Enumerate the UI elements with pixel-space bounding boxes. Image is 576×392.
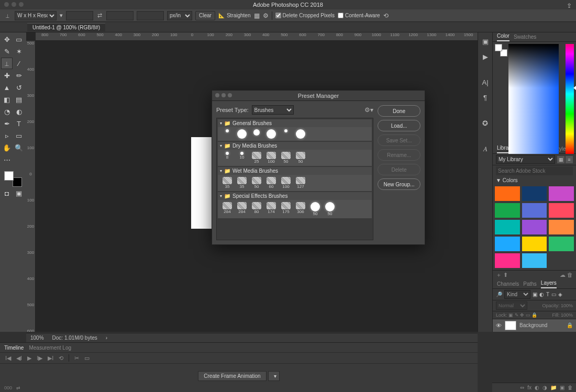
- library-swatch[interactable]: [495, 186, 520, 201]
- create-animation-button[interactable]: Create Frame Animation: [198, 371, 266, 381]
- hand-tool[interactable]: ✋: [1, 142, 13, 153]
- width-input[interactable]: [66, 11, 93, 20]
- library-swatch[interactable]: [495, 220, 520, 234]
- dropdown-chevron[interactable]: ▾: [60, 12, 63, 19]
- library-swatch[interactable]: [549, 237, 574, 251]
- height-input[interactable]: [106, 11, 134, 20]
- ratio-preset[interactable]: W x H x Reso...: [15, 11, 57, 20]
- dialog-titlebar[interactable]: Preset Manager: [212, 91, 425, 101]
- library-swatch[interactable]: [495, 203, 520, 218]
- transition-icon[interactable]: ▭: [84, 355, 90, 362]
- new-group-button[interactable]: New Group...: [378, 178, 420, 190]
- save-set-button[interactable]: Save Set...: [378, 135, 420, 146]
- tab-swatches[interactable]: Swatches: [514, 34, 536, 41]
- preset-gear-icon[interactable]: ⚙▾: [364, 106, 373, 114]
- preset-list[interactable]: ▾📁General Brushes▾📁Dry Media Brushes8102…: [216, 118, 373, 240]
- color-field[interactable]: [508, 44, 559, 154]
- library-swatch[interactable]: [522, 237, 547, 251]
- filter-shape-icon[interactable]: ▭: [551, 292, 556, 297]
- preset-group-header[interactable]: ▾📁General Brushes: [218, 119, 372, 127]
- brush-preset[interactable]: 8: [222, 152, 232, 164]
- brush-preset[interactable]: 284: [222, 202, 232, 216]
- brush-preset[interactable]: 25: [251, 152, 262, 164]
- list-view-icon[interactable]: ≡: [566, 156, 573, 163]
- reset-icon[interactable]: ⟲: [383, 12, 389, 19]
- screen-mode[interactable]: ▣: [13, 187, 25, 199]
- zoom-tool[interactable]: 🔍: [13, 142, 25, 153]
- marquee-tool[interactable]: ▭: [13, 33, 25, 45]
- styles-icon[interactable]: 𝐴: [483, 145, 488, 153]
- brush-preset[interactable]: [237, 129, 247, 139]
- resolution-input[interactable]: [137, 11, 164, 20]
- link-icon[interactable]: ⇔: [520, 385, 524, 390]
- prev-frame-icon[interactable]: ◀I: [16, 355, 22, 362]
- eraser-tool[interactable]: ◧: [1, 94, 13, 105]
- swap-icon[interactable]: ⇄: [96, 12, 103, 19]
- delete-cropped-checkbox[interactable]: Delete Cropped Pixels: [275, 13, 335, 18]
- brush-preset[interactable]: 50: [295, 152, 306, 164]
- tab-timeline[interactable]: Timeline: [4, 345, 24, 351]
- brush-preset[interactable]: 100: [281, 177, 291, 189]
- loop-icon[interactable]: ⟲: [59, 355, 63, 362]
- brush-preset[interactable]: 35: [222, 177, 232, 189]
- load-button[interactable]: Load...: [378, 120, 420, 131]
- brush-tool[interactable]: ✏: [13, 70, 25, 81]
- delete-button[interactable]: Delete: [378, 164, 420, 175]
- filter-smart-icon[interactable]: ◈: [558, 292, 562, 297]
- pen-tool[interactable]: ✒: [1, 118, 13, 129]
- history-icon[interactable]: ▣: [482, 38, 489, 46]
- path-select-tool[interactable]: ▹: [1, 130, 13, 141]
- edit-toolbar[interactable]: ⋯: [1, 154, 13, 165]
- tab-channels[interactable]: Channels: [497, 281, 519, 288]
- crop-tool[interactable]: ⟂: [1, 58, 13, 69]
- brush-preset[interactable]: 284: [237, 202, 247, 216]
- play-icon[interactable]: ▶: [27, 355, 31, 362]
- brush-preset[interactable]: [222, 129, 232, 139]
- tab-measurement[interactable]: Measurement Log: [29, 345, 71, 351]
- tab-color[interactable]: Color: [497, 33, 509, 41]
- document-tab[interactable]: Untitled-1 @ 100% (RGB/8#): [27, 23, 105, 31]
- crop-tool-icon[interactable]: ⟂: [3, 12, 12, 20]
- brush-preset[interactable]: [266, 129, 276, 139]
- settings-gear-icon[interactable]: ⚙: [263, 12, 269, 19]
- mask-mode[interactable]: ◘: [1, 187, 13, 199]
- brush-preset[interactable]: 60: [266, 177, 276, 189]
- library-select[interactable]: My Library: [496, 155, 555, 164]
- unit-select[interactable]: px/in: [167, 11, 192, 20]
- library-swatch[interactable]: [522, 253, 547, 268]
- brush-preset[interactable]: 80: [251, 202, 262, 216]
- brush-preset[interactable]: 50: [281, 152, 291, 164]
- mask-icon[interactable]: ◐: [535, 385, 539, 390]
- colors-section[interactable]: ▼ Colors: [493, 176, 576, 184]
- brush-preset[interactable]: 174: [266, 202, 276, 216]
- create-animation-chevron[interactable]: ▾: [268, 371, 280, 381]
- library-swatch[interactable]: [522, 220, 547, 234]
- done-button[interactable]: Done: [378, 105, 420, 117]
- library-swatch[interactable]: [495, 253, 520, 268]
- glyphs-icon[interactable]: ✪: [482, 119, 488, 127]
- zoom-level[interactable]: 100%: [30, 335, 44, 341]
- library-swatch[interactable]: [549, 203, 574, 218]
- tab-paths[interactable]: Paths: [523, 281, 537, 288]
- clear-button[interactable]: Clear: [195, 11, 215, 20]
- brush-preset[interactable]: [251, 129, 262, 139]
- adjustment-icon[interactable]: ◑: [542, 385, 547, 390]
- folder-icon[interactable]: 📁: [550, 385, 557, 390]
- grid-view-icon[interactable]: ▦: [557, 156, 564, 163]
- fg-bg-swatches[interactable]: [1, 171, 25, 187]
- brush-preset[interactable]: [295, 129, 306, 139]
- hue-slider[interactable]: [566, 44, 574, 154]
- preset-group-header[interactable]: ▾📁Dry Media Brushes: [218, 142, 372, 150]
- overlay-icon[interactable]: ▦: [254, 12, 260, 19]
- library-swatch[interactable]: [549, 186, 574, 201]
- blur-tool[interactable]: ◔: [1, 106, 13, 117]
- add-icon[interactable]: ＋ ⬆: [496, 271, 508, 279]
- brush-preset[interactable]: 100: [266, 152, 276, 164]
- dodge-tool[interactable]: ◐: [13, 106, 25, 117]
- filter-type-icon[interactable]: T: [546, 292, 549, 297]
- library-swatch[interactable]: [495, 237, 520, 251]
- brush-preset[interactable]: 50: [310, 202, 320, 216]
- brush-preset[interactable]: 50: [325, 202, 335, 216]
- share-icon[interactable]: ⇪: [567, 1, 572, 10]
- search-input[interactable]: [496, 166, 573, 175]
